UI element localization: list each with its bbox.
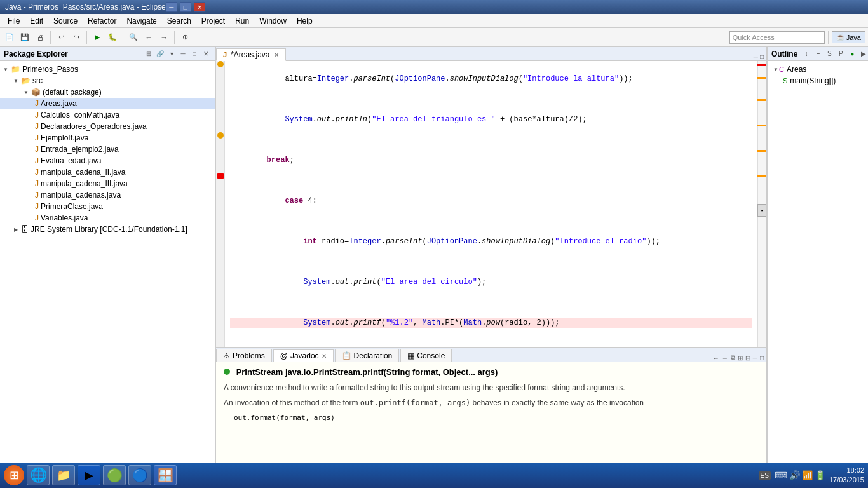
tree-ejemploif-java[interactable]: J EjemploIf.java bbox=[0, 132, 215, 144]
save-button[interactable]: 💾 bbox=[18, 30, 32, 44]
tree-areas-java[interactable]: J Areas.java bbox=[0, 98, 215, 109]
outline-hide-fields-button[interactable]: F bbox=[813, 49, 823, 59]
tree-manipulas-java[interactable]: J manipula_cadenas.java bbox=[0, 189, 215, 201]
tree-jre-library[interactable]: ▶ 🗄 JRE System Library [CDC-1.1/Foundati… bbox=[0, 224, 215, 235]
redo-button[interactable]: ↪ bbox=[69, 30, 83, 44]
scrollbar-thumb[interactable]: ▪ bbox=[757, 204, 766, 217]
outline-filter-button[interactable]: ▶ bbox=[858, 49, 868, 59]
menu-help[interactable]: Help bbox=[292, 14, 318, 27]
minimize-panel-button[interactable]: ─ bbox=[178, 49, 188, 59]
bottom-maximize-button[interactable]: □ bbox=[760, 355, 764, 362]
outline-item-areas[interactable]: ▼ C Areas bbox=[770, 64, 865, 75]
minimize-button[interactable]: ─ bbox=[166, 2, 177, 12]
tree-manipula2-java[interactable]: J manipula_cadena_II.java bbox=[0, 166, 215, 178]
menu-project[interactable]: Project bbox=[196, 14, 230, 27]
tab-declaration[interactable]: 📋 Declaration bbox=[335, 349, 400, 362]
tab-console[interactable]: ▦ Console bbox=[400, 349, 452, 362]
warn-marker-2 bbox=[757, 99, 766, 101]
keyboard-icon: ⌨ bbox=[775, 470, 787, 480]
bottom-copy-button[interactable]: ⧉ bbox=[731, 354, 735, 362]
editor-minimize-button[interactable]: ─ bbox=[754, 53, 758, 60]
javadoc-desc1: A convenience method to write a formatte… bbox=[224, 382, 759, 393]
tree-primeros-pasos[interactable]: ▼ 📁 Primeros_Pasos bbox=[0, 64, 215, 75]
outline-hide-static-button[interactable]: S bbox=[824, 49, 834, 59]
bottom-back-button[interactable]: ← bbox=[713, 355, 719, 362]
taskbar-chrome[interactable]: 🟢 bbox=[103, 465, 126, 485]
javadoc-tab-close[interactable]: ✕ bbox=[322, 353, 327, 360]
java-file-icon-4: J bbox=[35, 133, 39, 142]
outline-green-button[interactable]: ● bbox=[847, 49, 857, 59]
bottom-other-button[interactable]: ⊞ bbox=[738, 355, 743, 362]
taskbar-media[interactable]: ▶ bbox=[78, 465, 100, 485]
tree-evalua-java[interactable]: J Evalua_edad.java bbox=[0, 155, 215, 166]
search-button[interactable]: 🔍 bbox=[126, 30, 140, 44]
menu-navigate[interactable]: Navigate bbox=[121, 14, 161, 27]
perspective-java-button[interactable]: ☕ Java bbox=[832, 31, 865, 43]
tree-default-package[interactable]: ▼ 📦 (default package) bbox=[0, 86, 215, 98]
close-button[interactable]: ✕ bbox=[194, 2, 205, 12]
close-panel-button[interactable]: ✕ bbox=[201, 49, 211, 59]
link-editor-button[interactable]: 🔗 bbox=[155, 49, 165, 59]
collapse-all-button[interactable]: ⊟ bbox=[144, 49, 154, 59]
taskbar-explorer[interactable]: 📁 bbox=[52, 465, 75, 485]
start-button[interactable]: ⊞ bbox=[4, 465, 24, 485]
debug-button[interactable]: 🐛 bbox=[105, 30, 119, 44]
new-button[interactable]: 📄 bbox=[3, 30, 17, 44]
tree-label-ejemploif: EjemploIf.java bbox=[41, 133, 88, 142]
maximize-panel-button[interactable]: □ bbox=[189, 49, 200, 59]
code-line-14 bbox=[230, 338, 752, 347]
menu-source[interactable]: Source bbox=[48, 14, 83, 27]
menu-file[interactable]: File bbox=[3, 14, 25, 27]
tree-variables-java[interactable]: J Variables.java bbox=[0, 212, 215, 224]
maximize-button[interactable]: □ bbox=[180, 2, 191, 12]
taskbar-ie[interactable]: 🌐 bbox=[27, 465, 50, 485]
menu-search[interactable]: Search bbox=[162, 14, 196, 27]
outline-label-areas: Areas bbox=[787, 65, 806, 74]
tab-areas-java[interactable]: J *Areas.java ✕ bbox=[216, 48, 286, 61]
menu-run[interactable]: Run bbox=[230, 14, 254, 27]
taskbar-app2[interactable]: 🔵 bbox=[128, 465, 151, 485]
tree-declaradores-java[interactable]: J Declaradores_Operadores.java bbox=[0, 121, 215, 132]
taskbar-eclipse[interactable]: 🪟 bbox=[154, 465, 177, 485]
tab-close-button[interactable]: ✕ bbox=[274, 51, 279, 58]
bottom-minimize-button[interactable]: ─ bbox=[753, 355, 757, 362]
tree-primeraclase-java[interactable]: J PrimeraClase.java bbox=[0, 201, 215, 212]
tree-entrada-java[interactable]: J Entrada_ejemplo2.java bbox=[0, 144, 215, 155]
outline-panel: Outline ↕ F S P ● ▶ ─ □ ▼ C bbox=[766, 47, 868, 474]
quick-access-input[interactable]: Quick Access bbox=[729, 31, 825, 44]
run-button[interactable]: ▶ bbox=[90, 30, 104, 44]
tree-src[interactable]: ▼ 📂 src bbox=[0, 75, 215, 86]
menu-edit[interactable]: Edit bbox=[25, 14, 48, 27]
bottom-forward-button[interactable]: → bbox=[722, 355, 728, 362]
taskbar: ⊞ 🌐 📁 ▶ 🟢 🔵 🪟 ES ⌨ 🔊 📶 🔋 18:02 17/03/201… bbox=[0, 463, 868, 488]
menubar: File Edit Source Refactor Navigate Searc… bbox=[0, 14, 868, 28]
arrow-jre[interactable]: ▶ bbox=[13, 226, 19, 233]
panel-menu-button[interactable]: ▾ bbox=[166, 49, 177, 59]
arrow-primeros-pasos[interactable]: ▼ bbox=[3, 66, 9, 72]
print-button[interactable]: 🖨 bbox=[33, 30, 47, 44]
menu-window[interactable]: Window bbox=[254, 14, 292, 27]
console-icon: ▦ bbox=[407, 351, 414, 360]
code-editor[interactable]: altura=Integer.parseInt(JOptionPane.show… bbox=[225, 61, 757, 347]
back-button[interactable]: ← bbox=[142, 30, 156, 44]
outline-hide-nonpublic-button[interactable]: P bbox=[836, 49, 846, 59]
arrow-src[interactable]: ▼ bbox=[13, 78, 19, 84]
arrow-areas-outline[interactable]: ▼ bbox=[773, 66, 779, 72]
tree-label-declaradores: Declaradores_Operadores.java bbox=[41, 122, 147, 131]
package-explorer-title: Package Explorer bbox=[4, 50, 140, 58]
forward-button[interactable]: → bbox=[157, 30, 171, 44]
arrow-default-package[interactable]: ▼ bbox=[23, 89, 29, 95]
error-marker-1 bbox=[757, 64, 766, 66]
bottom-other2-button[interactable]: ⊟ bbox=[745, 355, 750, 362]
outline-item-main[interactable]: S main(String[]) bbox=[770, 75, 865, 86]
tree-calculos-java[interactable]: J Calculos_conMath.java bbox=[0, 109, 215, 121]
toolbar-sep-1 bbox=[50, 31, 51, 44]
menu-refactor[interactable]: Refactor bbox=[83, 14, 121, 27]
editor-maximize-button[interactable]: □ bbox=[760, 53, 764, 60]
tree-manipula3-java[interactable]: J manipula_cadena_III.java bbox=[0, 178, 215, 189]
tab-problems[interactable]: ⚠ Problems bbox=[216, 349, 272, 362]
open-type-button[interactable]: ⊕ bbox=[178, 30, 192, 44]
undo-button[interactable]: ↩ bbox=[54, 30, 68, 44]
tab-javadoc[interactable]: @ Javadoc ✕ bbox=[273, 349, 334, 362]
outline-sort-button[interactable]: ↕ bbox=[801, 49, 811, 59]
